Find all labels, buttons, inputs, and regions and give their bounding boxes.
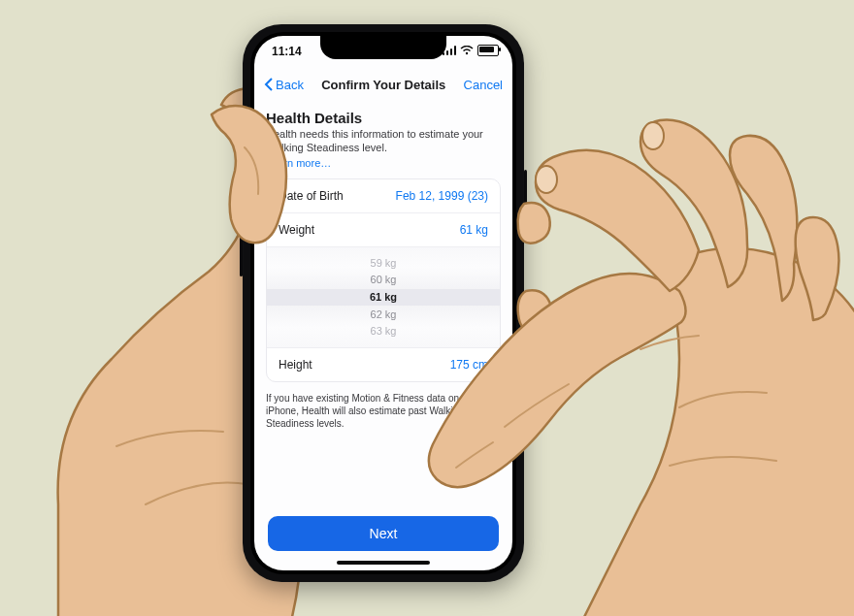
svg-point-2: [642, 122, 664, 149]
right-hand-illustration: [0, 0, 854, 616]
illustration-stage: 11:14 Back: [0, 0, 854, 616]
svg-point-1: [536, 166, 557, 193]
